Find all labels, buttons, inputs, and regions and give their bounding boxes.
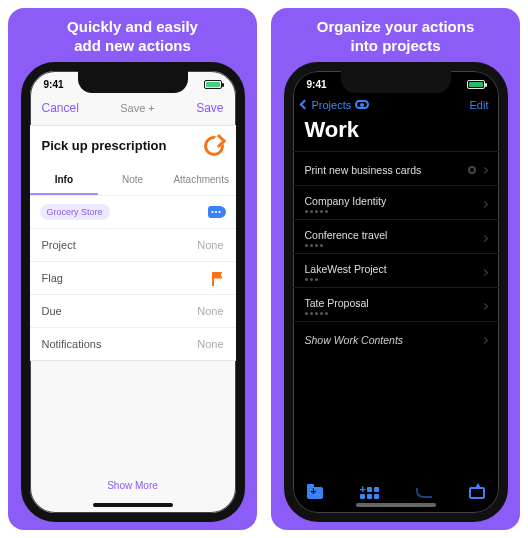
new-folder-icon[interactable] xyxy=(307,487,323,499)
list-item-label: LakeWest Project xyxy=(305,263,387,275)
chevron-right-icon xyxy=(480,234,487,241)
chevron-right-icon xyxy=(480,302,487,309)
status-time: 9:41 xyxy=(44,79,64,90)
chevron-right-icon xyxy=(480,166,487,173)
field-project[interactable]: Project None xyxy=(30,228,236,261)
chevron-right-icon xyxy=(480,336,487,343)
tag-row: Grocery Store ••• xyxy=(30,196,236,228)
promo-caption-right: Organize your actions into projects xyxy=(309,18,483,62)
progress-dots-icon xyxy=(305,312,369,315)
field-project-value: None xyxy=(197,239,223,251)
circle-icon xyxy=(468,166,476,174)
undo-icon[interactable] xyxy=(416,488,432,498)
battery-icon xyxy=(204,80,222,89)
progress-dots-icon xyxy=(305,244,388,247)
new-item-icon[interactable]: + xyxy=(360,487,379,499)
list-item-label: Tate Proposal xyxy=(305,297,369,309)
chevron-right-icon xyxy=(480,268,487,275)
list-item[interactable]: Print new business cards xyxy=(293,151,499,185)
cancel-button[interactable]: Cancel xyxy=(42,101,79,115)
nav-bar: Projects Edit xyxy=(293,95,499,115)
list-item-label: Print new business cards xyxy=(305,164,422,176)
editor-panel: Pick up prescription Info Note Attachmen… xyxy=(30,125,236,361)
chevron-left-icon xyxy=(299,100,309,110)
field-flag[interactable]: Flag xyxy=(30,261,236,294)
device-notch xyxy=(78,71,188,93)
list-item[interactable]: Company Identity xyxy=(293,185,499,219)
tab-attachments[interactable]: Attachments xyxy=(167,166,236,195)
progress-dots-icon xyxy=(305,210,387,213)
item-title-input[interactable]: Pick up prescription xyxy=(42,138,167,153)
battery-icon xyxy=(467,80,485,89)
editor-toolbar: Cancel Save + Save xyxy=(30,95,236,125)
phone-frame-dark: 9:41 Projects Edit Work Print new busine… xyxy=(284,62,508,522)
status-ring-icon[interactable] xyxy=(204,136,224,156)
field-due-value: None xyxy=(197,305,223,317)
project-title: Work xyxy=(293,115,499,151)
tab-info[interactable]: Info xyxy=(30,166,99,195)
status-time: 9:41 xyxy=(307,79,327,90)
show-more-button[interactable]: Show More xyxy=(30,480,236,491)
field-notifications[interactable]: Notifications None xyxy=(30,327,236,360)
edit-button[interactable]: Edit xyxy=(470,99,489,111)
home-indicator xyxy=(356,503,436,507)
list-item-label: Company Identity xyxy=(305,195,387,207)
device-notch xyxy=(341,71,451,93)
flag-icon xyxy=(212,272,224,284)
show-contents-label: Show Work Contents xyxy=(305,334,404,346)
progress-dots-icon xyxy=(305,278,387,281)
promo-card-left: Quickly and easily add new actions 9:41 … xyxy=(8,8,257,530)
eye-icon[interactable] xyxy=(355,100,369,109)
show-contents-row[interactable]: Show Work Contents xyxy=(293,321,499,355)
promo-card-right: Organize your actions into projects 9:41… xyxy=(271,8,520,530)
tab-note[interactable]: Note xyxy=(98,166,167,195)
field-notifications-label: Notifications xyxy=(42,338,102,350)
bottom-toolbar: + xyxy=(293,487,499,499)
field-notifications-value: None xyxy=(197,338,223,350)
list-item[interactable]: Tate Proposal xyxy=(293,287,499,321)
list-item[interactable]: Conference travel xyxy=(293,219,499,253)
phone-frame-light: 9:41 Cancel Save + Save Pick up prescrip… xyxy=(21,62,245,522)
field-flag-label: Flag xyxy=(42,272,63,284)
segmented-tabs: Info Note Attachments xyxy=(30,166,236,196)
home-indicator xyxy=(93,503,173,507)
list-item[interactable]: LakeWest Project xyxy=(293,253,499,287)
save-plus-button[interactable]: Save + xyxy=(120,102,155,114)
save-button[interactable]: Save xyxy=(196,101,223,115)
tag-pill[interactable]: Grocery Store xyxy=(40,204,110,220)
back-label: Projects xyxy=(312,99,352,111)
field-due[interactable]: Due None xyxy=(30,294,236,327)
back-button[interactable]: Projects xyxy=(301,99,370,111)
more-tag-icon[interactable]: ••• xyxy=(208,206,226,218)
promo-caption-left: Quickly and easily add new actions xyxy=(59,18,206,62)
list-item-label: Conference travel xyxy=(305,229,388,241)
chevron-right-icon xyxy=(480,200,487,207)
item-title-row: Pick up prescription xyxy=(30,126,236,166)
field-due-label: Due xyxy=(42,305,62,317)
inbox-icon[interactable] xyxy=(469,487,485,499)
field-project-label: Project xyxy=(42,239,76,251)
